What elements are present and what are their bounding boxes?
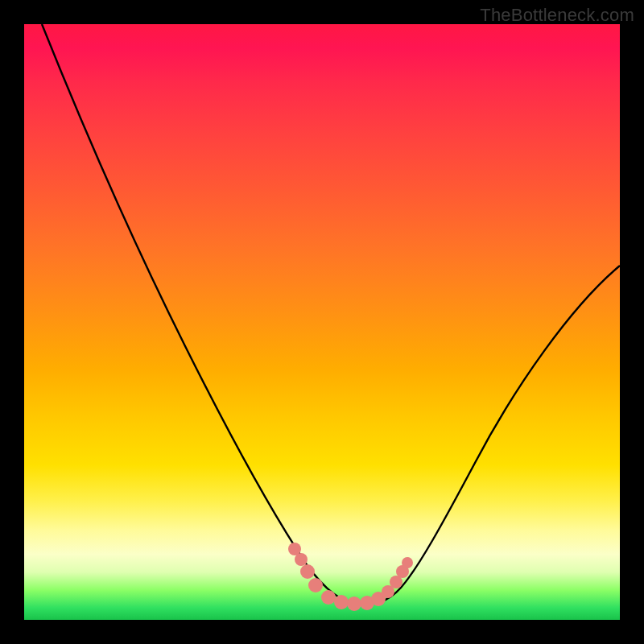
watermark-text: TheBottleneck.com xyxy=(480,5,634,26)
bottleneck-curve xyxy=(42,24,620,604)
svg-point-6 xyxy=(347,597,361,611)
svg-point-12 xyxy=(402,557,413,568)
svg-point-1 xyxy=(295,553,308,566)
svg-point-4 xyxy=(321,590,336,605)
svg-point-5 xyxy=(334,595,349,609)
curve-layer xyxy=(24,24,620,620)
svg-point-2 xyxy=(300,564,315,579)
chart-frame: TheBottleneck.com xyxy=(0,0,644,644)
trough-markers xyxy=(288,543,413,611)
plot-area xyxy=(24,24,620,620)
svg-point-3 xyxy=(308,578,323,592)
